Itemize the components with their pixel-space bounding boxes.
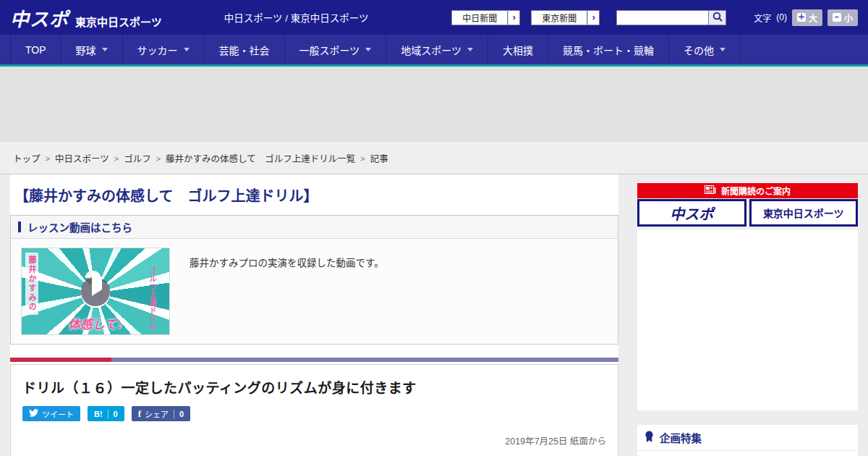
lesson-box-body: 藤井かすみの ゴルフ上達ドリル 体感して♪ 藤井かすみプロの実演を収録した動画で…	[11, 239, 618, 344]
search-input[interactable]	[616, 10, 709, 25]
search-icon	[712, 12, 723, 24]
page-title: 【藤井かすみの体感して ゴルフ上達ドリル】	[10, 174, 618, 215]
chevron-down-icon	[365, 48, 371, 51]
chuspo-logo-button[interactable]: 中スポ	[637, 199, 746, 227]
breadcrumb-separator: >	[114, 154, 119, 163]
facebook-icon: f	[138, 408, 141, 420]
article-panel: 【藤井かすみの体感して ゴルフ上達ドリル】 レッスン動画はこちら 藤井かすみの …	[10, 174, 618, 456]
feature-section-header: 企画特集	[637, 425, 858, 450]
article-title: ドリル（１６）一定したパッティングのリズムが身に付きます	[22, 377, 606, 397]
paper-logo-buttons: 中スポ 東京中日スポーツ	[637, 199, 858, 227]
font-size-count: (0)	[776, 12, 787, 22]
chevron-right-icon[interactable]: ›	[508, 10, 520, 25]
main-nav: TOP 野球 サッカー 芸能・社会 一般スポーツ 地域スポーツ 大相撲 競馬・ボ…	[0, 35, 868, 67]
breadcrumb-drill-list[interactable]: 藤井かすみの体感して ゴルフ上達ドリル一覧	[166, 151, 355, 165]
breadcrumb-separator: >	[360, 154, 365, 163]
breadcrumb-separator: >	[156, 154, 161, 163]
chevron-down-icon	[467, 48, 473, 51]
nav-item-sumo[interactable]: 大相撲	[488, 35, 548, 64]
breadcrumb-separator: >	[46, 154, 50, 163]
facebook-share-button[interactable]: f シェア 0	[132, 406, 190, 421]
nav-item-top[interactable]: TOP	[10, 35, 61, 64]
plus-icon: ＋	[797, 13, 806, 22]
lesson-header-label: レッスン動画はこちら	[27, 219, 132, 235]
lesson-video-thumbnail[interactable]: 藤井かすみの ゴルフ上達ドリル 体感して♪	[21, 248, 170, 335]
thumbnail-badge-text: ゴルフ上達ドリル	[147, 267, 158, 331]
section-divider	[10, 358, 618, 362]
logo-main-text: 中スポ	[10, 4, 69, 31]
chevron-down-icon	[184, 48, 190, 51]
share-buttons: ツイート B! 0 f シェア 0	[22, 406, 606, 421]
breadcrumb-current-article: 記事	[370, 151, 388, 165]
breadcrumb-chunichi-sports[interactable]: 中日スポーツ	[55, 151, 109, 165]
content-area: 【藤井かすみの体感して ゴルフ上達ドリル】 レッスン動画はこちら 藤井かすみの …	[0, 174, 868, 456]
accent-bar	[18, 221, 21, 232]
play-icon	[92, 271, 102, 296]
hatena-count: 0	[108, 410, 118, 418]
breadcrumb: トップ > 中日スポーツ > ゴルフ > 藤井かすみの体感して ゴルフ上達ドリル…	[0, 142, 868, 174]
lesson-description: 藤井かすみプロの実演を収録した動画です。	[190, 248, 384, 335]
nav-item-entertainment[interactable]: 芸能・社会	[205, 35, 285, 64]
twitter-bird-icon	[29, 409, 38, 418]
nav-item-others[interactable]: その他	[669, 35, 741, 64]
top-ad-placeholder	[0, 67, 868, 142]
lesson-video-box: レッスン動画はこちら 藤井かすみの ゴルフ上達ドリル 体感して♪ 藤井かすみプロ…	[10, 215, 618, 345]
nav-item-regional-sports[interactable]: 地域スポーツ	[386, 35, 488, 64]
thumbnail-script-text: 体感して♪	[68, 314, 123, 332]
paper-widget-chunichi: 中日新聞 ›	[451, 10, 520, 25]
article-date: 2019年7月25日 紙面から	[22, 434, 606, 447]
tweet-button[interactable]: ツイート	[22, 406, 80, 421]
subscription-banner[interactable]: 新聞購読のご案内	[637, 183, 858, 198]
nav-item-general-sports[interactable]: 一般スポーツ	[285, 35, 387, 64]
font-larger-button[interactable]: ＋ 大	[792, 9, 822, 26]
hatena-icon: B!	[94, 410, 103, 418]
font-size-label: 文字	[754, 12, 771, 24]
chevron-down-icon	[720, 48, 726, 51]
logo-sub-text: 東京中日スポーツ	[75, 14, 162, 29]
divider-red-accent	[10, 358, 111, 362]
sidebar: 新聞購読のご案内 中スポ 東京中日スポーツ 企画特集 中 中日新聞ドラゴンズショ…	[637, 174, 858, 456]
chevron-right-icon[interactable]: ›	[587, 10, 600, 25]
facebook-count: 0	[174, 410, 184, 418]
header-search	[616, 10, 726, 25]
site-title-link[interactable]: 中日スポーツ / 東京中日スポーツ	[224, 10, 369, 25]
breadcrumb-golf[interactable]: ゴルフ	[124, 151, 151, 165]
chevron-down-icon	[102, 48, 108, 51]
ribbon-icon	[644, 431, 654, 445]
minus-icon: −	[833, 13, 841, 22]
sidebar-ad-placeholder	[637, 229, 858, 410]
breadcrumb-home[interactable]: トップ	[13, 151, 41, 165]
newspaper-icon	[705, 185, 716, 196]
chunichi-shimbun-link[interactable]: 中日新聞	[451, 10, 508, 25]
tokyo-shimbun-link[interactable]: 東京新聞	[531, 10, 587, 25]
paper-widget-tokyo: 東京新聞 ›	[531, 10, 600, 25]
hatena-bookmark-button[interactable]: B! 0	[88, 406, 124, 421]
font-smaller-button[interactable]: − 小	[827, 9, 858, 26]
nav-item-soccer[interactable]: サッカー	[123, 35, 205, 64]
search-button[interactable]	[709, 10, 726, 25]
tokyo-chunichi-logo-button[interactable]: 東京中日スポーツ	[749, 199, 859, 227]
thumbnail-name-text: 藤井かすみの	[25, 253, 38, 315]
nav-item-racing[interactable]: 競馬・ボート・競輪	[548, 35, 669, 64]
font-size-controls: 文字 (0) ＋ 大 − 小	[754, 9, 858, 26]
site-logo[interactable]: 中スポ 東京中日スポーツ	[10, 4, 162, 31]
nav-item-baseball[interactable]: 野球	[61, 35, 123, 64]
play-button[interactable]	[81, 277, 110, 306]
feature-item-dragons-shop[interactable]: 中 中日新聞ドラゴンズショップ	[637, 450, 858, 456]
article-box: ドリル（１６）一定したパッティングのリズムが身に付きます ツイート B! 0 f…	[10, 364, 618, 456]
lesson-box-header: レッスン動画はこちら	[11, 216, 618, 239]
paper-links: 中日新聞 › 東京新聞 ›	[451, 10, 600, 25]
site-header: 中スポ 東京中日スポーツ 中日スポーツ / 東京中日スポーツ 中日新聞 › 東京…	[0, 0, 868, 35]
